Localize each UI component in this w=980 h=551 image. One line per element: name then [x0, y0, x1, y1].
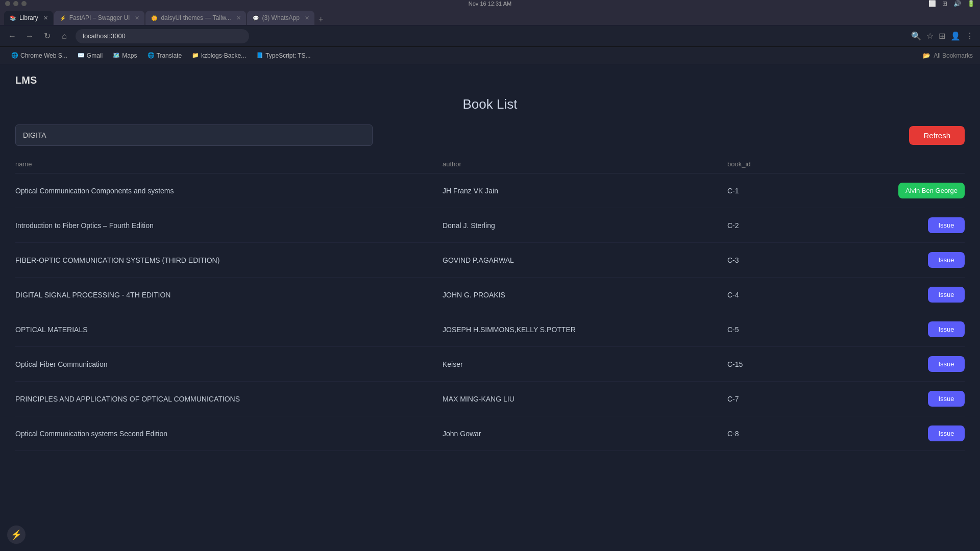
book-author: GOVIND P.AGARWAL: [443, 256, 727, 264]
book-name: Optical Fiber Communication: [15, 360, 443, 368]
tab-whatsapp-label: (3) WhatsApp: [262, 14, 300, 21]
book-name: FIBER-OPTIC COMMUNICATION SYSTEMS (THIRD…: [15, 256, 443, 264]
tab-fastapi-favicon: ⚡: [59, 14, 66, 21]
bookmark-translate-label: Translate: [157, 52, 182, 59]
bookmark-maps[interactable]: 🗺️ Maps: [109, 51, 141, 61]
address-bar: ← → ↻ ⌂ 🔍 ☆ ⊞ 👤 ⋮: [0, 26, 980, 47]
col-header-bookid: book_id: [727, 160, 841, 168]
bookmark-translate[interactable]: 🌐 Translate: [143, 51, 186, 61]
table-row: Introduction to Fiber Optics – Fourth Ed…: [15, 208, 965, 243]
window-dot-green: [21, 1, 27, 6]
tab-bar: 📚 Library ✕ ⚡ FastAPI – Swagger UI ✕ 🌼 d…: [0, 7, 980, 26]
menu-icon[interactable]: ⋮: [966, 31, 974, 41]
book-action: Issue: [841, 425, 965, 441]
table-row: PRINCIPLES AND APPLICATIONS OF OPTICAL C…: [15, 382, 965, 416]
new-tab-button[interactable]: +: [315, 15, 326, 24]
book-id: C-4: [727, 291, 841, 299]
book-author: JH Franz VK Jain: [443, 187, 727, 195]
issue-button[interactable]: Issue: [928, 391, 965, 407]
home-button[interactable]: ⌂: [58, 30, 70, 42]
system-tray: ⬜ ⊞ 🔊 🔋: [928, 0, 975, 7]
table-row: DIGITAL SIGNAL PROCESSING - 4TH EDITION …: [15, 278, 965, 312]
book-author: Donal J. Sterling: [443, 221, 727, 230]
tab-library[interactable]: 📚 Library ✕: [4, 11, 53, 25]
bookmarks-bar: 🌐 Chrome Web S... ✉️ Gmail 🗺️ Maps 🌐 Tra…: [0, 47, 980, 64]
address-bar-icons: 🔍 ☆ ⊞ 👤 ⋮: [911, 31, 974, 41]
issue-button[interactable]: Issue: [928, 425, 965, 441]
back-button[interactable]: ←: [6, 30, 18, 42]
book-id: C-15: [727, 360, 841, 368]
zoom-icon[interactable]: 🔍: [911, 31, 921, 41]
bookmark-typescript[interactable]: 📘 TypeScript: TS...: [252, 51, 314, 61]
address-input[interactable]: [76, 29, 249, 43]
tab-library-favicon: 📚: [9, 14, 16, 21]
book-id: C-8: [727, 430, 841, 438]
book-action: Issue: [841, 217, 965, 233]
app-logo: LMS: [15, 74, 965, 86]
bookmark-gmail[interactable]: ✉️ Gmail: [74, 51, 107, 61]
refresh-button[interactable]: Refresh: [909, 126, 965, 145]
window-dot-red: [5, 1, 10, 6]
book-id: C-7: [727, 395, 841, 403]
forward-button[interactable]: →: [23, 30, 36, 42]
table-header: name author book_id: [15, 156, 965, 173]
tab-whatsapp[interactable]: 💬 (3) WhatsApp ✕: [247, 11, 314, 25]
book-action: Issue: [841, 391, 965, 407]
tab-daisyui[interactable]: 🌼 daisyUI themes — Tailw... ✕: [145, 11, 246, 25]
book-author: John Gowar: [443, 430, 727, 438]
tab-fastapi[interactable]: ⚡ FastAPI – Swagger UI ✕: [54, 11, 145, 25]
table-row: Optical Communication Components and sys…: [15, 173, 965, 208]
bookmark-kzblogs[interactable]: 📁 kzblogs-Backe...: [188, 51, 250, 61]
reload-button[interactable]: ↻: [41, 30, 53, 42]
book-author: Keiser: [443, 360, 727, 368]
bookmark-typescript-label: TypeScript: TS...: [265, 52, 310, 59]
book-id: C-2: [727, 221, 841, 230]
book-author: MAX MING-KANG LIU: [443, 395, 727, 403]
table-row: OPTICAL MATERIALS JOSEPH H.SIMMONS,KELLY…: [15, 312, 965, 347]
issue-button[interactable]: Issue: [928, 287, 965, 303]
col-header-author: author: [443, 160, 727, 168]
issue-button[interactable]: Issue: [928, 217, 965, 233]
tab-fastapi-label: FastAPI – Swagger UI: [69, 14, 130, 21]
bookmark-gmail-label: Gmail: [87, 52, 103, 59]
issue-button[interactable]: Issue: [928, 252, 965, 268]
system-time: Nov 16 12:31 AM: [469, 1, 511, 7]
tab-library-close[interactable]: ✕: [43, 15, 48, 21]
bookmarks-folder-icon: 📂: [923, 52, 930, 59]
network-icon: ⊞: [942, 0, 947, 7]
tab-daisyui-favicon: 🌼: [151, 14, 158, 21]
book-name: Optical Communication Components and sys…: [15, 187, 443, 195]
col-header-action: [841, 160, 965, 168]
table-row: FIBER-OPTIC COMMUNICATION SYSTEMS (THIRD…: [15, 243, 965, 278]
bookmark-maps-label: Maps: [122, 52, 137, 59]
all-bookmarks[interactable]: 📂 All Bookmarks: [923, 52, 973, 59]
table-row: Optical Communication systems Second Edi…: [15, 416, 965, 451]
issued-button[interactable]: Alvin Ben George: [898, 183, 965, 198]
extensions-icon[interactable]: ⊞: [939, 31, 945, 41]
issue-button[interactable]: Issue: [928, 321, 965, 337]
book-action: Issue: [841, 252, 965, 268]
book-action: Issue: [841, 287, 965, 303]
profile-icon[interactable]: 👤: [950, 31, 961, 41]
tab-library-label: Library: [19, 14, 38, 21]
book-id: C-5: [727, 325, 841, 334]
window-dot-yellow: [13, 1, 18, 6]
tab-fastapi-close[interactable]: ✕: [135, 15, 139, 21]
table-row: Optical Fiber Communication Keiser C-15 …: [15, 347, 965, 382]
bookmark-chrome-web-store[interactable]: 🌐 Chrome Web S...: [7, 51, 71, 61]
book-name: Optical Communication systems Second Edi…: [15, 430, 443, 438]
book-action: Issue: [841, 356, 965, 372]
app-content: LMS Book List Refresh name author book_i…: [0, 64, 980, 551]
book-action: Issue: [841, 321, 965, 337]
lightning-button[interactable]: ⚡: [7, 525, 26, 544]
bookmark-maps-icon: 🗺️: [113, 52, 120, 59]
issue-button[interactable]: Issue: [928, 356, 965, 372]
tab-daisyui-close[interactable]: ✕: [236, 15, 241, 21]
bookmark-star-icon[interactable]: ☆: [926, 31, 934, 41]
tab-whatsapp-close[interactable]: ✕: [305, 15, 309, 21]
search-input[interactable]: [15, 124, 373, 146]
book-action: Alvin Ben George: [841, 183, 965, 198]
all-bookmarks-label: All Bookmarks: [934, 52, 973, 59]
page-title: Book List: [15, 96, 965, 112]
book-name: Introduction to Fiber Optics – Fourth Ed…: [15, 221, 443, 230]
